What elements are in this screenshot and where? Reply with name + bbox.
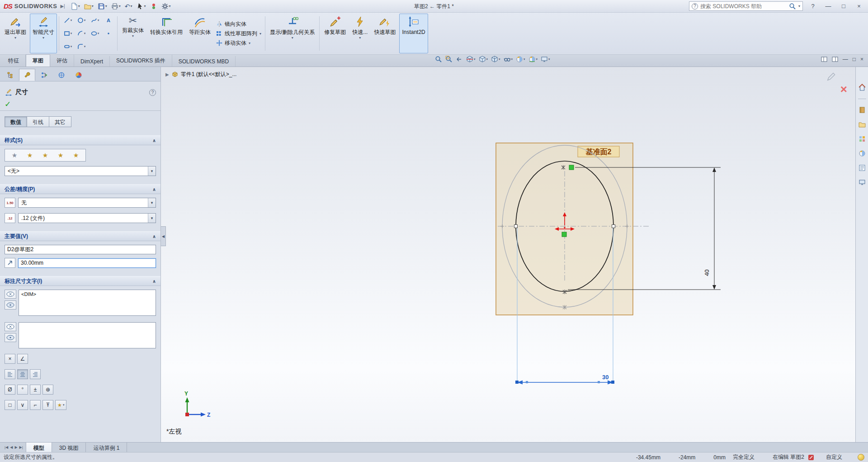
quick-snaps-button[interactable]: 快速... ▾ — [349, 14, 370, 53]
rectangle-tool[interactable]: ▾ — [61, 27, 75, 40]
justify-center-button[interactable] — [17, 369, 28, 379]
ellipse-tool[interactable]: ▾ — [88, 27, 102, 40]
pane-split-right-icon[interactable] — [832, 56, 838, 62]
panel-collapse-handle[interactable]: ◀ — [161, 226, 166, 246]
scroll-first-button[interactable]: |◀ — [5, 445, 8, 449]
dimxpert-manager-tab[interactable] — [53, 69, 70, 81]
edit-appearance-button[interactable]: ▾ — [516, 56, 525, 63]
tab-value[interactable]: 数值 — [5, 116, 27, 127]
3d-views-tab[interactable]: 3D 视图 — [52, 443, 86, 452]
text-frame-button[interactable]: Ŧ — [42, 400, 53, 410]
justify-right-button[interactable] — [30, 369, 41, 379]
pane-split-left-icon[interactable] — [821, 56, 827, 62]
search-box[interactable]: ? ▾ — [689, 1, 803, 11]
cancel-sketch-icon[interactable]: × — [840, 83, 847, 95]
hide-show-items-button[interactable]: ▾ — [504, 56, 513, 63]
flyout-caret-icon[interactable]: ▾ — [292, 36, 293, 40]
linear-sketch-pattern-button[interactable]: 线性草图阵列 ▾ — [216, 30, 261, 38]
custom-properties-icon[interactable] — [859, 164, 866, 171]
section-view-button[interactable]: ▾ — [466, 56, 476, 63]
doc-restore-button[interactable]: □ — [853, 56, 856, 62]
style-dropdown[interactable]: <无> ▾ — [5, 166, 156, 176]
scroll-last-button[interactable]: ▶| — [19, 445, 23, 449]
save-button[interactable]: ▾ — [96, 1, 108, 11]
update-style-icon[interactable]: ★ — [42, 152, 48, 158]
trim-entities-button[interactable]: ✂ 剪裁实体 ▾ — [119, 14, 146, 53]
inspection-dimension-button[interactable]: ∨ — [17, 400, 28, 410]
dimension-30-label[interactable]: 30 — [602, 374, 609, 381]
zoom-fit-button[interactable] — [435, 56, 442, 63]
solidworks-forum-icon[interactable] — [859, 179, 866, 186]
collapse-chevron-icon[interactable]: ∧ — [152, 138, 156, 143]
home-icon[interactable] — [858, 83, 866, 91]
offset-text-button[interactable]: ⌐ — [30, 400, 41, 410]
display-delete-relations-button[interactable]: 显示/删除几何关系 ▾ — [267, 14, 317, 53]
dimension-text-area-2[interactable] — [19, 322, 156, 348]
configuration-manager-tab[interactable] — [36, 69, 52, 81]
tab-leaders[interactable]: 引线 — [27, 116, 49, 127]
feature-tree-root[interactable]: ▶ 零件1 (默认<<默认>_... — [165, 71, 236, 78]
exit-sketch-button[interactable]: 退出草图 ▾ — [2, 14, 29, 53]
zoom-area-button[interactable] — [445, 56, 453, 63]
style-section-header[interactable]: 样式(S)∧ — [0, 135, 160, 145]
graphics-area[interactable]: 基准面2 — [161, 67, 855, 442]
point-tool[interactable] — [102, 27, 115, 40]
text-tool[interactable]: A — [102, 14, 115, 27]
file-explorer-icon[interactable] — [859, 121, 866, 128]
scroll-left-button[interactable]: ◀ — [10, 445, 13, 449]
scroll-right-button[interactable]: ▶ — [14, 445, 17, 449]
spline-tool[interactable]: ▾ — [88, 14, 102, 27]
dim-text-position-icon-2[interactable] — [5, 322, 16, 331]
view-settings-button[interactable]: ▾ — [541, 56, 550, 63]
degree-symbol-button[interactable]: ° — [17, 385, 28, 395]
doc-minimize-button[interactable]: — — [843, 56, 848, 62]
panel-help-button[interactable]: ? — [149, 89, 156, 96]
tolerance-dropdown[interactable]: 无 ▾ — [18, 198, 156, 208]
flyout-caret-icon[interactable]: ▾ — [359, 36, 361, 40]
basic-dimension-button[interactable]: □ — [5, 400, 15, 410]
apply-scene-button[interactable]: ▾ — [528, 56, 538, 63]
search-input[interactable] — [700, 3, 787, 10]
menu-expand-icon[interactable]: ▶| — [60, 4, 65, 9]
dropdown-caret-icon[interactable]: ▾ — [148, 214, 156, 223]
dropdown-caret-icon[interactable]: ▾ — [148, 167, 156, 176]
property-manager-tab[interactable] — [19, 69, 35, 81]
motion-study-tab[interactable]: 运动算例 1 — [86, 443, 127, 452]
tab-other[interactable]: 其它 — [49, 116, 71, 127]
ok-button[interactable]: ✓ — [5, 100, 11, 109]
mirror-entities-button[interactable]: 镜向实体 — [216, 20, 261, 28]
circle-tool[interactable]: ▾ — [75, 14, 88, 27]
centerline-symbol-button[interactable]: ⊕ — [42, 385, 53, 395]
model-tab[interactable]: 模型 — [26, 443, 52, 452]
dropdown-caret-icon[interactable]: ▾ — [148, 198, 156, 207]
tab-solidworks-addins[interactable]: SOLIDWORKS 插件 — [110, 55, 172, 67]
search-icon[interactable] — [789, 3, 796, 10]
flyout-caret-icon[interactable]: ▾ — [42, 36, 44, 40]
tab-solidworks-mbd[interactable]: SOLIDWORKS MBD — [172, 56, 236, 67]
new-document-button[interactable]: ▾ — [69, 1, 81, 11]
load-style-icon[interactable]: ★ — [73, 152, 79, 158]
print-button[interactable]: ▾ — [110, 1, 122, 11]
more-symbols-button[interactable]: ★▾ — [55, 400, 66, 410]
feature-manager-tab[interactable] — [2, 69, 18, 81]
search-caret-icon[interactable]: ▾ — [798, 4, 800, 8]
design-library-icon[interactable] — [859, 106, 866, 114]
diameter-symbol-button[interactable]: Ø — [5, 385, 15, 395]
rebuild-button[interactable] — [149, 1, 159, 11]
tab-sketch[interactable]: 草图 — [26, 54, 50, 67]
precision-dropdown[interactable]: .12 (文件) ▾ — [18, 213, 156, 223]
tab-evaluate[interactable]: 评估 — [50, 55, 74, 67]
plus-minus-symbol-button[interactable]: ± — [30, 385, 41, 395]
dimension-value-field[interactable] — [18, 258, 156, 268]
flyout-caret-icon[interactable]: ▾ — [249, 41, 250, 45]
rapid-sketch-button[interactable]: 快速草图 — [371, 14, 398, 53]
instant2d-button[interactable]: Instant2D — [399, 14, 428, 53]
doc-close-button[interactable]: × — [860, 56, 863, 62]
options-button[interactable]: ▾ — [160, 1, 172, 11]
convert-entities-button[interactable]: 转换实体引用 — [147, 14, 185, 53]
line-tool[interactable]: ▾ — [61, 14, 75, 27]
flyout-caret-icon[interactable]: ▾ — [132, 34, 134, 38]
fillet-tool[interactable]: ▾ — [75, 40, 88, 53]
minimize-button[interactable]: — — [823, 1, 834, 11]
undo-button[interactable]: ↶▾ — [123, 1, 134, 11]
